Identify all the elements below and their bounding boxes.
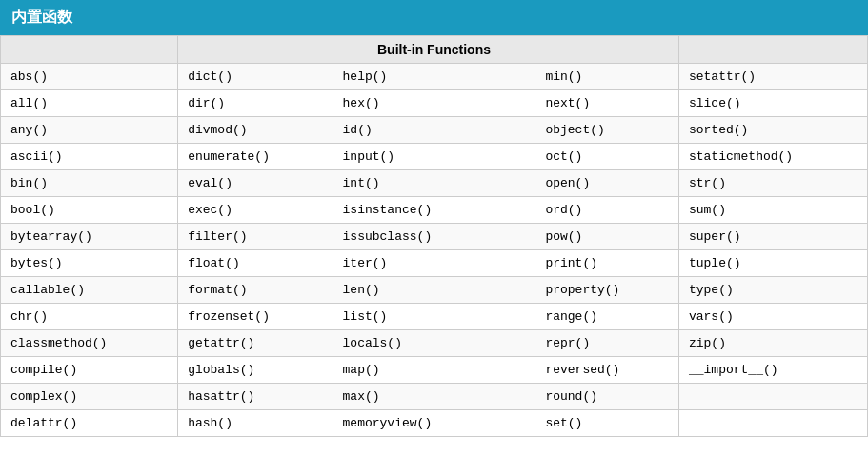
col-header-center: Built-in Functions [333,36,535,64]
table-row: ascii()enumerate()input()oct()staticmeth… [1,144,868,170]
table-cell-1-0: all() [1,90,178,117]
table-cell-8-1: format() [178,277,333,304]
table-cell-1-3: next() [535,90,679,117]
table-cell-12-2: max() [333,384,535,410]
table-cell-3-0: ascii() [1,144,178,170]
table-row: complex()hasattr()max()round() [1,384,868,410]
table-cell-5-0: bool() [1,197,178,224]
table-cell-0-0: abs() [1,64,178,90]
table-cell-13-3: set() [535,410,679,437]
table-cell-6-2: issubclass() [333,224,535,250]
table-cell-11-3: reversed() [535,357,679,384]
table-cell-8-3: property() [535,277,679,304]
table-cell-6-3: pow() [535,224,679,250]
table-cell-13-4 [678,410,867,437]
table-row: bytes()float()iter()print()tuple() [1,250,868,277]
table-cell-0-3: min() [535,64,679,90]
table-cell-7-0: bytes() [1,250,178,277]
table-cell-7-2: iter() [333,250,535,277]
table-cell-4-1: eval() [178,170,333,197]
table-cell-4-4: str() [678,170,867,197]
col-header-1 [1,36,178,64]
table-cell-6-4: super() [678,224,867,250]
table-cell-1-2: hex() [333,90,535,117]
table-cell-9-1: frozenset() [178,304,333,330]
table-row: abs()dict()help()min()setattr() [1,64,868,90]
table-cell-12-3: round() [535,384,679,410]
table-cell-5-2: isinstance() [333,197,535,224]
table-cell-4-0: bin() [1,170,178,197]
table-cell-1-1: dir() [178,90,333,117]
table-cell-5-4: sum() [678,197,867,224]
col-header-4 [535,36,679,64]
table-cell-13-1: hash() [178,410,333,437]
table-cell-11-1: globals() [178,357,333,384]
table-cell-2-1: divmod() [178,117,333,144]
table-cell-2-4: sorted() [678,117,867,144]
table-cell-9-3: range() [535,304,679,330]
table-cell-7-4: tuple() [678,250,867,277]
table-cell-3-3: oct() [535,144,679,170]
table-cell-9-4: vars() [678,304,867,330]
table-cell-5-3: ord() [535,197,679,224]
table-row: chr()frozenset()list()range()vars() [1,304,868,330]
table-cell-6-0: bytearray() [1,224,178,250]
table-cell-12-1: hasattr() [178,384,333,410]
table-cell-3-4: staticmethod() [678,144,867,170]
table-cell-5-1: exec() [178,197,333,224]
table-cell-12-0: complex() [1,384,178,410]
header-title: 内置函数 [11,8,72,28]
table-cell-11-0: compile() [1,357,178,384]
table-cell-9-0: chr() [1,304,178,330]
table-cell-2-0: any() [1,117,178,144]
table-cell-1-4: slice() [678,90,867,117]
table-cell-8-4: type() [678,277,867,304]
table-cell-11-4: __import__() [678,357,867,384]
table-cell-12-4 [678,384,867,410]
table-cell-3-1: enumerate() [178,144,333,170]
table-cell-11-2: map() [333,357,535,384]
table-cell-10-1: getattr() [178,330,333,357]
table-cell-13-2: memoryview() [333,410,535,437]
table-cell-7-3: print() [535,250,679,277]
table-cell-9-2: list() [333,304,535,330]
table-cell-0-1: dict() [178,64,333,90]
table-cell-13-0: delattr() [1,410,178,437]
table-row: bool()exec()isinstance()ord()sum() [1,197,868,224]
header: 内置函数 [0,0,868,35]
table-cell-10-3: repr() [535,330,679,357]
table-cell-10-4: zip() [678,330,867,357]
table-row: any()divmod()id()object()sorted() [1,117,868,144]
table-cell-3-2: input() [333,144,535,170]
table-cell-7-1: float() [178,250,333,277]
table-cell-4-3: open() [535,170,679,197]
table-cell-4-2: int() [333,170,535,197]
table-cell-10-0: classmethod() [1,330,178,357]
table-row: bin()eval()int()open()str() [1,170,868,197]
table-cell-0-4: setattr() [678,64,867,90]
table-row: delattr()hash()memoryview()set() [1,410,868,437]
col-header-2 [178,36,333,64]
table-row: compile()globals()map()reversed()__impor… [1,357,868,384]
table-row: classmethod()getattr()locals()repr()zip(… [1,330,868,357]
table-cell-8-2: len() [333,277,535,304]
table-row: callable()format()len()property()type() [1,277,868,304]
table-cell-2-3: object() [535,117,679,144]
col-header-5 [678,36,867,64]
table-row: bytearray()filter()issubclass()pow()supe… [1,224,868,250]
table-cell-8-0: callable() [1,277,178,304]
table-cell-2-2: id() [333,117,535,144]
table-cell-6-1: filter() [178,224,333,250]
functions-table: Built-in Functions abs()dict()help()min(… [0,35,868,437]
table-cell-0-2: help() [333,64,535,90]
table-row: all()dir()hex()next()slice() [1,90,868,117]
table-header-row: Built-in Functions [1,36,868,64]
page-container: 内置函数 Built-in Functions abs()dict()help(… [0,0,868,437]
table-cell-10-2: locals() [333,330,535,357]
